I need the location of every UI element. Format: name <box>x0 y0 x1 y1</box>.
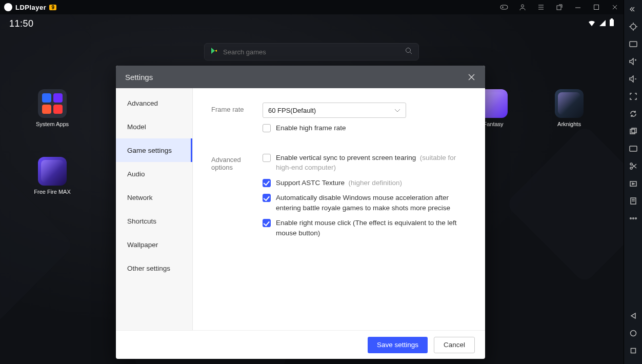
fullscreen-icon[interactable] <box>627 90 639 103</box>
wifi-icon <box>588 18 596 29</box>
checkbox-high-frame-rate[interactable] <box>263 124 271 132</box>
close-settings-icon[interactable] <box>467 72 476 82</box>
locate-icon[interactable] <box>627 21 639 33</box>
app-label: Fantasy <box>483 121 503 127</box>
svg-point-43 <box>635 218 636 219</box>
chevron-down-icon <box>394 107 400 114</box>
settings-modal: Settings Advanced Model Game settings Au… <box>116 66 485 359</box>
mouse-accel-text: Automatically disable Windows mouse acce… <box>276 193 467 213</box>
frame-rate-label: Frame rate <box>211 103 263 113</box>
svg-point-18 <box>631 24 636 29</box>
nav-advanced[interactable]: Advanced <box>116 91 192 115</box>
signal-icon <box>599 18 606 29</box>
close-icon[interactable] <box>610 3 619 12</box>
volume-up-icon[interactable] <box>627 55 639 68</box>
search-input[interactable] <box>223 48 401 56</box>
svg-point-42 <box>632 218 634 219</box>
svg-rect-0 <box>500 5 508 9</box>
brand-text: LDPlayer <box>15 4 46 11</box>
more-icon[interactable] <box>627 212 639 225</box>
nav-other-settings[interactable]: Other settings <box>116 256 192 280</box>
system-apps-folder-icon <box>38 89 67 118</box>
enable-high-fr-label: Enable high frame rate <box>276 123 346 133</box>
svg-point-3 <box>521 5 524 7</box>
search-icon[interactable] <box>405 47 412 56</box>
free-fire-icon <box>38 157 67 186</box>
user-icon[interactable] <box>518 3 527 12</box>
record-icon[interactable] <box>627 177 639 190</box>
sync-icon[interactable] <box>627 108 639 120</box>
svg-rect-9 <box>594 5 599 10</box>
version-badge: 9 <box>49 5 56 10</box>
svg-line-17 <box>410 52 412 54</box>
checkbox-vsync[interactable] <box>263 154 271 162</box>
cancel-button[interactable]: Cancel <box>434 337 475 353</box>
minimize-icon[interactable] <box>573 3 583 12</box>
svg-line-34 <box>632 165 636 168</box>
battery-icon <box>609 18 614 29</box>
astc-text: Support ASTC Texture <box>276 179 345 187</box>
svg-marker-44 <box>631 313 635 318</box>
svg-rect-12 <box>610 19 614 26</box>
nav-shortcuts[interactable]: Shortcuts <box>116 209 192 233</box>
side-toolbar <box>624 0 642 364</box>
volume-down-icon[interactable] <box>627 73 639 85</box>
svg-line-35 <box>632 164 636 168</box>
settings-footer: Save settings Cancel <box>116 330 485 359</box>
svg-point-45 <box>630 331 636 336</box>
advanced-options-label: Advanced options <box>211 153 263 171</box>
svg-point-16 <box>406 48 411 53</box>
checkbox-mouse-accel[interactable] <box>263 194 271 202</box>
arknights-icon <box>555 89 584 118</box>
gamepad-icon[interactable] <box>499 3 509 12</box>
app-label: System Apps <box>36 121 69 127</box>
titlebar: LDPlayer 9 <box>0 0 624 14</box>
save-settings-button[interactable]: Save settings <box>368 337 428 353</box>
app-tile-free-fire-max[interactable]: Free Fire MAX <box>36 157 69 195</box>
menu-icon[interactable] <box>536 3 546 12</box>
svg-rect-23 <box>630 42 637 47</box>
svg-marker-24 <box>630 58 633 65</box>
app-tile-system-apps[interactable]: System Apps <box>36 89 69 127</box>
search-box[interactable] <box>204 43 419 60</box>
nav-network[interactable]: Network <box>116 186 192 209</box>
settings-side-nav: Advanced Model Game settings Audio Netwo… <box>116 88 193 330</box>
astc-hint: (higher definition) <box>349 179 402 187</box>
svg-point-32 <box>630 163 632 165</box>
clock: 11:50 <box>9 18 34 29</box>
app-label: Arknights <box>557 121 581 127</box>
svg-point-41 <box>630 218 631 219</box>
apk-icon[interactable] <box>627 143 639 155</box>
script-icon[interactable] <box>627 195 639 207</box>
nav-audio[interactable]: Audio <box>116 162 192 186</box>
back-icon[interactable] <box>627 310 639 322</box>
settings-title: Settings <box>125 73 153 82</box>
checkbox-right-click[interactable] <box>263 219 271 227</box>
frame-rate-select[interactable]: 60 FPS(Default) <box>263 103 406 118</box>
settings-header: Settings <box>116 66 485 88</box>
svg-rect-7 <box>557 6 561 10</box>
recent-icon[interactable] <box>627 345 639 357</box>
svg-marker-15 <box>215 50 217 52</box>
scissors-icon[interactable] <box>627 160 639 172</box>
nav-game-settings[interactable]: Game settings <box>116 138 192 162</box>
right-click-text: Enable right mouse click (The effect is … <box>276 218 467 238</box>
svg-point-33 <box>630 167 632 169</box>
svg-rect-31 <box>630 146 637 151</box>
home-icon[interactable] <box>627 327 639 339</box>
svg-marker-37 <box>632 183 634 185</box>
maximize-icon[interactable] <box>592 3 601 12</box>
popout-icon[interactable] <box>555 3 564 12</box>
svg-marker-27 <box>630 76 633 82</box>
checkbox-astc[interactable] <box>263 179 271 187</box>
svg-marker-14 <box>211 48 215 54</box>
keyboard-icon[interactable] <box>627 38 639 50</box>
multi-instance-icon[interactable] <box>627 125 639 137</box>
nav-model[interactable]: Model <box>116 115 192 138</box>
app-label: Free Fire MAX <box>34 189 71 195</box>
app-tile-arknights[interactable]: Arknights <box>553 89 586 127</box>
collapse-rail-icon[interactable] <box>627 3 639 15</box>
svg-rect-46 <box>631 349 635 353</box>
android-status-bar: 11:50 <box>0 14 624 33</box>
nav-wallpaper[interactable]: Wallpaper <box>116 233 192 256</box>
